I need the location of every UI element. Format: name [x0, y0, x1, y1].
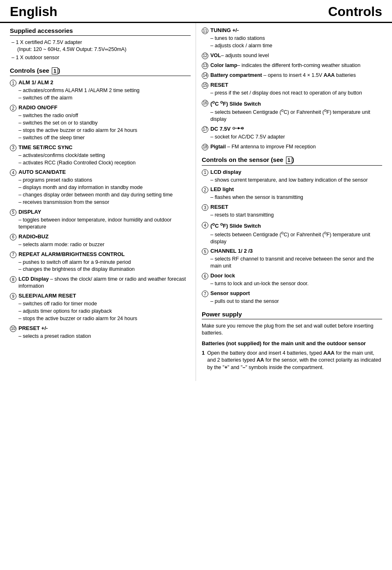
dc-icon [232, 126, 244, 131]
item-description: activates/confirms clock/date setting ac… [18, 152, 191, 166]
dc-symbol [232, 126, 244, 131]
controls-section-title: Controls (see 1) [10, 67, 191, 76]
item-description: programs preset radio stations displays … [18, 177, 191, 206]
accessories-list: 1 X certified AC 7.5V adapter (Input: 12… [12, 39, 191, 61]
supplied-accessories-title: Supplied accessories [10, 27, 191, 36]
circle-number: 6 [10, 234, 16, 240]
item-number: 3 [10, 144, 17, 151]
header-english: English [10, 4, 58, 19]
sensor-item-4: 4 (oC oF) Slide Switch selects between C… [202, 222, 382, 245]
list-item: press if the set / display does not reac… [210, 90, 382, 97]
page: English Controls Supplied accessories 1 … [0, 0, 392, 570]
item-header: 4 AUTO SCAN/DATE [10, 169, 191, 176]
svg-marker-2 [238, 127, 240, 129]
sensor-controls-title: Controls on the sensor (see 1) [202, 156, 382, 166]
item-header: 8 LCD Display – shows the clock/ alarm t… [10, 276, 191, 290]
item-header: 10 PRESET +/- [10, 325, 191, 332]
item-label: Door lock [210, 272, 235, 279]
svg-point-0 [233, 127, 235, 129]
list-item: toggles between indoor temperature, indo… [18, 217, 191, 231]
item-header: 1 LCD display [202, 169, 382, 176]
item-description: press if the set / display does not reac… [210, 90, 382, 97]
circle-number: 3 [10, 145, 16, 151]
item-description: switches off radio for timer mode adjust… [18, 300, 191, 322]
circle-number: 13 [202, 62, 208, 69]
item-header: 2 LED light [202, 186, 382, 193]
item-header: 18 Pigtail – FM antenna to improve FM re… [202, 143, 382, 150]
list-item: switches off the sleep timer [18, 134, 191, 141]
supplied-accessories-section: Supplied accessories 1 X certified AC 7.… [10, 27, 191, 61]
circle-number: 5 [202, 248, 208, 255]
item-label: DISPLAY [18, 209, 41, 215]
controls-continuation-section: 11 TUNING +/- tunes to radio stations ad… [202, 27, 382, 150]
circle-number: 4 [202, 222, 208, 228]
control-item-7: 7 REPEAT ALARM/BRIGHTNESS CONTROL pushes… [10, 251, 191, 273]
item-label: LED light [210, 186, 234, 192]
item-label: Sensor support [210, 290, 250, 296]
item-number: 1 [10, 79, 17, 86]
sensor-item-7: 7 Sensor support pulls out to stand the … [202, 290, 382, 305]
control-item-13: 13 Color lamp– indicates the different f… [202, 62, 382, 69]
item-label: RADIO ON/OFF [18, 104, 58, 111]
item-header: 3 TIME SET/RCC SYNC [10, 144, 191, 151]
header-controls-title: Controls [328, 4, 382, 19]
circle-number: 9 [10, 293, 16, 300]
control-item-18: 18 Pigtail – FM antenna to improve FM re… [202, 143, 382, 150]
item-description: toggles between indoor temperature, indo… [18, 217, 191, 231]
control-item-9: 9 SLEEP/ALARM RESET switches off radio f… [10, 293, 191, 322]
list-item: changes display order between month and … [18, 192, 191, 198]
item-number: 4 [202, 222, 209, 228]
circle-number: 6 [202, 273, 208, 279]
item-number: 3 [202, 204, 209, 211]
power-item-text: Open the battery door and insert 4 batte… [207, 350, 382, 372]
control-item-15: 15 RESET press if the set / display does… [202, 82, 382, 97]
item-header: 5 CHANNEL 1/ 2 /3 [202, 248, 382, 255]
list-item: switches off radio for timer mode [18, 300, 191, 307]
item-header: 12 VOL– adjusts sound level [202, 52, 382, 59]
right-column: 11 TUNING +/- tunes to radio stations ad… [196, 23, 385, 381]
list-item: activates/confirms ALARM 1 /ALARM 2 time… [18, 87, 191, 94]
item-label: TUNING +/- [210, 27, 239, 33]
list-item: 1 X outdoor sensor [12, 54, 191, 61]
item-description: socket for AC/DC 7.5V adapter [210, 134, 382, 141]
header: English Controls [0, 0, 392, 23]
list-item: displays month and day information in st… [18, 184, 191, 191]
item-number: 7 [202, 290, 209, 297]
item-number: 12 [202, 52, 209, 59]
list-item: stops the active buzzer or radio alarm f… [18, 127, 191, 134]
list-item: selects between Centigrade (oC) or Fahre… [210, 230, 382, 245]
item-label: SLEEP/ALARM RESET [18, 293, 76, 299]
control-item-11: 11 TUNING +/- tunes to radio stations ad… [202, 27, 382, 49]
item-inline-text: Color lamp– indicates the different fort… [210, 62, 360, 69]
circle-number: 1 [202, 169, 208, 176]
item-label: (oC oF) Slide Switch [210, 222, 261, 229]
power-supply-title: Power supply [202, 311, 382, 319]
sensor-item-2: 2 LED light flashes when the sensor is t… [202, 186, 382, 201]
list-item: switches off the alarm [18, 95, 191, 102]
list-item: adjusts timer options for radio playback [18, 308, 191, 315]
item-description: selects between Centigrade (oC) or Fahre… [210, 230, 382, 245]
list-item: switches the set on or to standby [18, 120, 191, 127]
control-item-8: 8 LCD Display – shows the clock/ alarm t… [10, 276, 191, 290]
control-item-16: 16 (oC oF) Slide Switch selects between … [202, 99, 382, 123]
item-header: 6 Door lock [202, 272, 382, 279]
list-item: activates RCC (Radio Controlled Clock) r… [18, 159, 191, 166]
list-item: selects a preset radion station [18, 333, 191, 340]
item-number: 2 [10, 104, 17, 111]
list-item: socket for AC/DC 7.5V adapter [210, 134, 382, 141]
item-number: 17 [202, 126, 209, 133]
list-item: selects between Centigrade (oC) or Fahre… [210, 108, 382, 123]
circle-number: 12 [202, 53, 208, 59]
circle-number: 7 [10, 252, 16, 258]
item-description: shows current temperature, and low batte… [210, 177, 382, 184]
power-numbered-item: 1 Open the battery door and insert 4 bat… [202, 350, 382, 372]
circle-number: 5 [10, 209, 16, 216]
item-label: LCD display [210, 169, 241, 175]
item-header: 2 RADIO ON/OFF [10, 104, 191, 111]
item-number: 1 [202, 169, 209, 176]
list-item: selects RF channel to transmit and recei… [210, 256, 382, 270]
circle-number: 17 [202, 126, 208, 133]
list-item: programs preset radio stations [18, 177, 191, 184]
item-description: switches the radio on/off switches the s… [18, 112, 191, 141]
item-inline-text: Battery compartment – opens to insert 4 … [210, 72, 356, 79]
